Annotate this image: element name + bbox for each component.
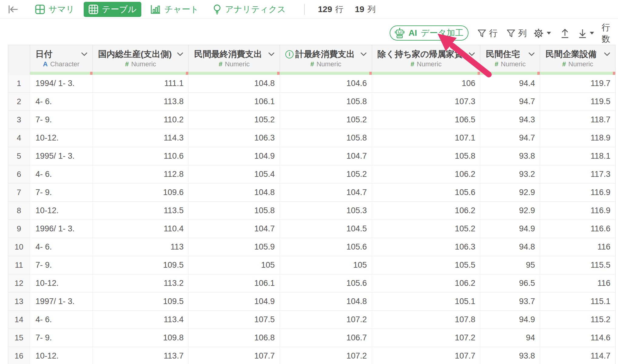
column-type: #Numeric <box>540 60 615 69</box>
cell-value: 109.5 <box>93 256 189 274</box>
cell-value: 93.7 <box>480 293 540 310</box>
cell-value: 111.1 <box>93 74 189 92</box>
dataset-dimensions: 129 行 19 列 <box>304 4 384 15</box>
cell-value: 93.2 <box>480 165 540 183</box>
table-row: 77- 9.109.6104.8104.7105.692.9116.9 <box>8 184 615 202</box>
funnel-icon <box>506 29 516 38</box>
cell-value: 105.6 <box>280 238 372 256</box>
bar-chart-icon <box>150 5 161 14</box>
collapse-sidebar-button[interactable] <box>7 3 19 15</box>
row-number: 6 <box>8 165 30 183</box>
cell-value: 118.7 <box>540 111 615 129</box>
cell-value: 116.9 <box>540 184 615 201</box>
column-header-3[interactable]: 民間最終消費支出#Numeric <box>189 45 280 75</box>
info-icon: i <box>285 50 294 58</box>
column-type-label: Numeric <box>417 60 442 68</box>
cell-value: 105.6 <box>280 274 372 292</box>
col-count-unit: 列 <box>367 4 375 15</box>
column-type-label: Character <box>50 60 79 68</box>
column-menu-chevron-icon[interactable] <box>177 52 183 56</box>
numeric-type-icon: # <box>310 60 314 68</box>
cell-value: 114.7 <box>540 347 615 364</box>
filter-rows-button[interactable]: 行 <box>477 27 498 40</box>
column-menu-chevron-icon[interactable] <box>268 52 275 56</box>
cell-value: 93.8 <box>480 347 540 364</box>
cell-value: 106.1 <box>189 274 280 292</box>
cell-value: 113.2 <box>93 274 189 292</box>
table-row: 157- 9.109.8106.8106.7107.294114.6 <box>8 329 615 347</box>
robot-icon <box>395 28 405 38</box>
character-type-icon: A <box>43 60 48 68</box>
column-header-7[interactable]: 民間企業設備#Numeric <box>540 45 615 75</box>
column-menu-chevron-icon[interactable] <box>528 52 535 56</box>
cell-value: 106.8 <box>189 329 280 347</box>
column-menu-chevron-icon[interactable] <box>604 52 610 56</box>
table-row: 810-12.113.5105.8105.3106.292.9116.9 <box>8 202 615 220</box>
numeric-type-icon: # <box>562 60 566 68</box>
cell-value: 109.5 <box>93 293 189 310</box>
table-row: 24- 6.113.8106.1105.8107.394.7119.5 <box>8 93 615 111</box>
column-type: #Numeric <box>480 60 540 69</box>
cell-value: 94.7 <box>480 93 540 111</box>
cell-value: 105.5 <box>372 256 481 274</box>
column-header-2[interactable]: 国内総生産(支出側)#Numeric <box>93 45 189 75</box>
cell-date: 7- 9. <box>30 329 93 347</box>
column-type: #Numeric <box>372 60 480 69</box>
row-number: 4 <box>8 129 30 147</box>
tab-table[interactable]: テーブル <box>84 2 141 17</box>
cell-value: 117.3 <box>540 165 615 183</box>
collapse-left-icon <box>8 5 19 14</box>
column-header-4[interactable]: i計最終消費支出#Numeric <box>280 45 372 75</box>
column-type-label: Numeric <box>317 60 341 68</box>
column-name: 民間最終消費支出 <box>194 48 262 60</box>
filter-columns-button[interactable]: 列 <box>506 27 527 40</box>
cell-value: 118.1 <box>540 147 615 165</box>
tab-summary[interactable]: サマリ <box>30 2 79 17</box>
filter-columns-label: 列 <box>518 28 527 39</box>
tab-label: アナリティクス <box>225 4 286 15</box>
column-header-1[interactable]: 日付ACharacter <box>30 45 93 75</box>
table-row: 410-12.114.3106.3105.8107.194.7118.9 <box>8 129 615 147</box>
column-menu-chevron-icon[interactable] <box>360 52 367 56</box>
cell-value: 105 <box>280 256 372 274</box>
invalid-values-tick <box>613 72 615 75</box>
tab-analytics[interactable]: アナリティクス <box>208 2 291 17</box>
cell-value: 94.7 <box>480 129 540 147</box>
invalid-values-tick <box>277 72 280 75</box>
upload-button[interactable] <box>560 27 569 40</box>
table-row: 91996/ 1- 3.110.4104.7104.5105.294.9116.… <box>8 220 615 238</box>
cell-value: 94.8 <box>480 238 540 256</box>
cell-value: 105.8 <box>280 129 372 147</box>
download-button[interactable] <box>578 27 594 40</box>
cell-value: 115.5 <box>540 256 615 274</box>
settings-menu-button[interactable] <box>533 27 551 40</box>
cell-value: 105.8 <box>372 147 481 165</box>
divider <box>304 4 305 15</box>
cell-value: 104.8 <box>280 293 372 310</box>
ai-button-label: データ加工 <box>421 27 463 39</box>
tab-chart[interactable]: チャート <box>146 2 204 17</box>
cell-value: 94 <box>480 329 540 347</box>
table-row: 64- 6.112.8105.4105.2106.293.2117.3 <box>8 165 615 184</box>
column-header-6[interactable]: 民間住宅#Numeric <box>480 45 540 75</box>
row-number: 8 <box>8 202 30 220</box>
col-count-value: 19 <box>355 5 364 14</box>
gear-icon <box>533 28 544 39</box>
row-number: 5 <box>8 147 30 165</box>
cell-value: 114.6 <box>540 329 615 347</box>
column-menu-chevron-icon[interactable] <box>81 52 88 56</box>
table-header-row: 日付ACharacter国内総生産(支出側)#Numeric民間最終消費支出#N… <box>8 45 616 74</box>
cell-value: 106.7 <box>280 329 372 347</box>
upload-arrow-icon <box>560 28 569 38</box>
cell-value: 110.6 <box>93 147 189 165</box>
data-quality-bar <box>372 72 480 75</box>
table-row: 131997/ 1- 3.109.5104.9104.8105.193.7115… <box>8 293 615 311</box>
cell-value: 109.6 <box>93 184 189 201</box>
cell-value: 104.7 <box>280 184 372 201</box>
column-header-5[interactable]: 除く持ち家の帰属家賃#Numeric <box>372 45 481 75</box>
cell-value: 94.9 <box>480 311 540 329</box>
data-quality-bar <box>30 72 92 75</box>
ai-data-processing-button[interactable]: AI データ加工 <box>390 25 469 41</box>
table-row: 104- 6.113105.9105.6106.394.8116 <box>8 238 615 256</box>
column-menu-chevron-icon[interactable] <box>469 52 475 56</box>
